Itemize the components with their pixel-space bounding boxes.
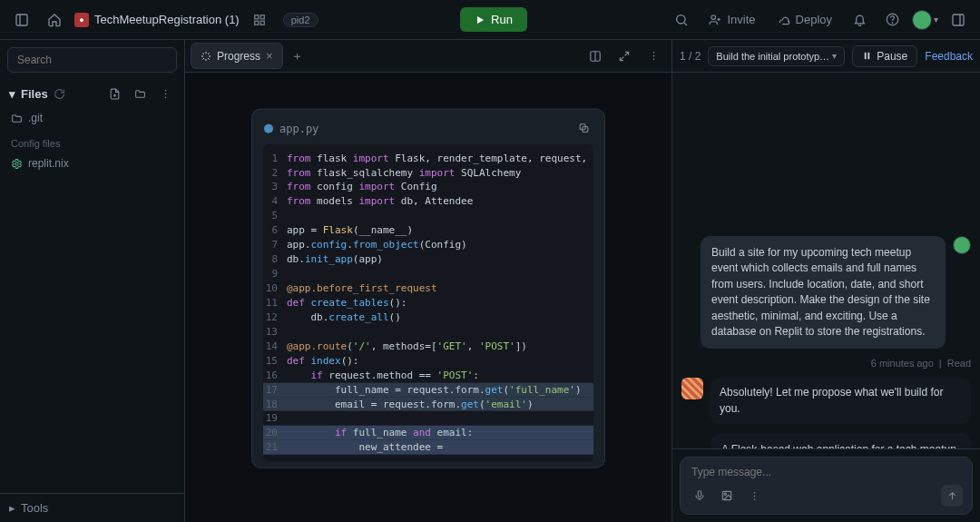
- invite-button[interactable]: Invite: [701, 9, 762, 30]
- file-item-git[interactable]: .git: [5, 109, 179, 127]
- invite-label: Invite: [727, 13, 755, 26]
- svg-line-7: [685, 23, 688, 25]
- sidebar-toggle-icon[interactable]: [9, 7, 34, 33]
- avatar-stack[interactable]: ▾: [912, 10, 938, 30]
- folder-icon: [11, 113, 23, 124]
- feedback-link[interactable]: Feedback: [925, 50, 973, 63]
- code-line: 16 if request.method == 'POST':: [263, 368, 593, 382]
- new-folder-icon[interactable]: [130, 84, 150, 103]
- add-tab-icon[interactable]: ＋: [287, 45, 309, 67]
- theme-toggle-icon[interactable]: [583, 44, 608, 69]
- search-icon[interactable]: [669, 7, 694, 33]
- code-line: 5: [263, 209, 593, 223]
- code-line: 14@app.route('/', methods=['GET', 'POST'…: [263, 339, 593, 353]
- more-icon[interactable]: [744, 486, 764, 506]
- code-line: 4from models import db, Attendee: [263, 194, 593, 209]
- task-select[interactable]: Build the initial prototype of the reque…: [708, 46, 845, 66]
- code-line: 13: [263, 325, 593, 340]
- svg-point-35: [753, 498, 755, 500]
- copy-icon[interactable]: [573, 118, 593, 138]
- right-panel-toggle-icon[interactable]: [946, 7, 971, 33]
- assistant-body-text: A Flask-based web application for a tech…: [721, 442, 960, 448]
- deploy-button[interactable]: Deploy: [770, 9, 839, 30]
- message-input-row: [672, 448, 980, 522]
- search-input[interactable]: [7, 47, 177, 73]
- task-select-label: Build the initial prototype of the reque…: [716, 51, 832, 62]
- agent-panel: 1 / 2 Build the initial prototype of the…: [671, 40, 980, 522]
- tab-label: Progress: [217, 50, 260, 63]
- file-item-replit-nix[interactable]: replit.nix: [5, 154, 179, 172]
- svg-point-22: [652, 52, 654, 54]
- new-file-icon[interactable]: [104, 84, 124, 103]
- code-line: 8db.init_app(app): [263, 252, 593, 267]
- assistant-body-row: A Flask-based web application for a tech…: [710, 433, 971, 448]
- user-message-row: Build a site for my upcoming tech meetup…: [681, 236, 971, 349]
- chat-scroll[interactable]: Build a site for my upcoming tech meetup…: [672, 73, 980, 448]
- config-section-label: Config files: [0, 129, 184, 153]
- code-line: 11def create_tables():: [263, 296, 593, 310]
- svg-point-19: [164, 96, 166, 98]
- message-field[interactable]: [690, 465, 963, 479]
- code-line: 1from flask import Flask, render_templat…: [263, 151, 593, 165]
- user-message-bubble: Build a site for my upcoming tech meetup…: [701, 236, 946, 349]
- svg-point-24: [652, 58, 654, 60]
- expand-icon[interactable]: [612, 44, 637, 69]
- svg-point-23: [652, 55, 654, 57]
- home-icon[interactable]: [42, 7, 67, 33]
- project-name[interactable]: ● TechMeetupRegistration (1): [74, 13, 240, 27]
- run-button[interactable]: Run: [460, 7, 527, 32]
- code-preview-card: app.py 1from flask import Flask, render_…: [251, 108, 605, 468]
- avatar: [912, 10, 932, 30]
- search-field[interactable]: [15, 53, 169, 67]
- read-label: Read: [947, 358, 971, 369]
- svg-rect-29: [868, 53, 870, 59]
- attach-icon[interactable]: [717, 486, 737, 506]
- tab-progress[interactable]: Progress ×: [191, 43, 283, 69]
- close-icon[interactable]: ×: [266, 49, 273, 63]
- svg-rect-5: [260, 21, 264, 25]
- code-line: 3from config import Config: [263, 180, 593, 194]
- chevron-down-icon: ▾: [934, 15, 938, 25]
- files-header[interactable]: ▾ Files: [0, 80, 184, 107]
- sparkle-icon: [201, 51, 211, 62]
- code-line: 15def index():: [263, 353, 593, 368]
- send-button[interactable]: [941, 485, 963, 507]
- message-input[interactable]: [680, 457, 973, 515]
- file-item-label: .git: [28, 112, 43, 124]
- message-timestamp: 6 minutes ago | Read: [681, 358, 971, 369]
- avatar: [953, 236, 971, 254]
- code-line: 17 full_name = request.form.get('full_na…: [263, 382, 593, 397]
- code-line: 6app = Flask(__name__): [263, 223, 593, 238]
- sync-icon: [54, 88, 65, 100]
- svg-point-6: [677, 15, 685, 23]
- svg-rect-30: [698, 491, 701, 497]
- assistant-body-bubble: A Flask-based web application for a tech…: [710, 433, 971, 448]
- grid-icon[interactable]: [247, 7, 272, 33]
- mic-icon[interactable]: [690, 486, 710, 506]
- code-line: 18 email = request.form.get('email'): [263, 397, 593, 411]
- main-editor: Progress × ＋ Creating app.py app.: [185, 40, 671, 522]
- code-line: 9: [263, 267, 593, 281]
- project-title: TechMeetupRegistration (1): [94, 13, 240, 26]
- code-line: 21 new_attendee =: [263, 440, 593, 455]
- svg-point-32: [724, 493, 726, 495]
- svg-point-8: [711, 15, 716, 19]
- svg-rect-3: [260, 15, 264, 18]
- pause-label: Pause: [877, 50, 907, 63]
- code-box: 1from flask import Flask, render_templat…: [263, 143, 593, 462]
- bell-icon[interactable]: [847, 7, 872, 33]
- timestamp-text: 6 minutes ago: [871, 358, 934, 369]
- pause-button[interactable]: Pause: [852, 45, 917, 67]
- project-icon: ●: [74, 13, 89, 27]
- pause-icon: [862, 51, 872, 61]
- tools-toggle[interactable]: ▸ Tools: [0, 493, 184, 522]
- tag-pill[interactable]: pid2: [283, 13, 318, 27]
- config-tree: replit.nix: [0, 153, 184, 174]
- help-icon[interactable]: [879, 7, 905, 33]
- sidebar: ▾ Files .git Config files replit: [0, 40, 185, 522]
- more-icon[interactable]: [641, 44, 666, 69]
- more-icon[interactable]: [155, 84, 175, 103]
- svg-rect-0: [16, 15, 27, 25]
- code-line: 10@app.before_first_request: [263, 281, 593, 296]
- gear-icon: [11, 158, 23, 170]
